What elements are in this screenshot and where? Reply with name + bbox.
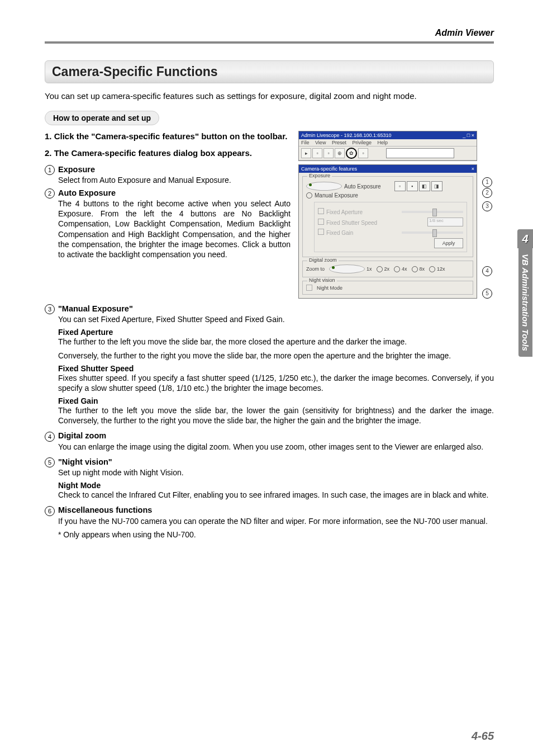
section-title: Camera-Specific Functions (52, 64, 487, 79)
item-6-note: * Only appears when using the NU-700. (58, 530, 494, 540)
menu-view[interactable]: View (315, 140, 326, 145)
tb-btn-3[interactable]: ▫ (323, 148, 334, 158)
zoom-2x[interactable] (377, 266, 383, 272)
fixed-aperture-p2: Conversely, the further to the right you… (58, 351, 494, 361)
tb-btn-2[interactable]: ▫ (312, 148, 322, 158)
zoom-4x[interactable] (394, 266, 400, 272)
fixed-gain-p: The further to the left you move the sli… (58, 405, 494, 426)
item-6-body: If you have the NU-700 camera you can op… (58, 516, 494, 526)
section-title-bar: Camera-Specific Functions (45, 60, 494, 83)
zoom-12x-label: 12x (437, 266, 445, 272)
callout-5: 5 (482, 289, 492, 299)
main-title: Admin Livescope - 192.168.100.1:65310 (301, 133, 392, 138)
menu-privilege[interactable]: Privilege (352, 140, 372, 145)
dialog-titlebar: Camera-specific features × (299, 165, 477, 173)
item-3-lead: You can set Fixed Aperture, Fixed Shutte… (58, 314, 494, 324)
chk-fixed-gain[interactable] (318, 229, 324, 235)
item-2-title: Auto Exposure (58, 188, 116, 197)
item-6-title: Miscellaneous functions (58, 505, 152, 514)
item-6-head: 6Miscellaneous functions (45, 505, 494, 516)
dialog-close[interactable]: × (472, 166, 474, 172)
header-rule (45, 41, 494, 44)
zoom-8x-label: 8x (420, 266, 425, 272)
tb-btn-1[interactable]: ▸ (301, 148, 311, 158)
auto-exposure-label: Auto Exposure (344, 183, 381, 190)
gain-slider[interactable] (402, 231, 463, 234)
exposure-group: Exposure Auto Exposure ▫ ▪ ◧ ◨ Manual Ex… (302, 176, 473, 257)
apply-button[interactable]: Apply (434, 238, 463, 248)
blc-med-button[interactable]: ◧ (419, 181, 430, 191)
item-3-title: "Manual Exposure" (58, 304, 133, 313)
item-5-head: 5"Night vision" (45, 457, 494, 467)
shutter-select[interactable]: 1/8 sec (427, 218, 463, 226)
callout-4: 4 (482, 266, 492, 276)
step-2: 2. The Camera-specific features dialog b… (45, 148, 291, 159)
item-1-head: 1Exposure (45, 165, 291, 175)
main-window: Admin Livescope - 192.168.100.1:65310 _ … (298, 131, 477, 161)
fixed-shutter-p: Fixes shutter speed. If you specify a fa… (58, 373, 494, 393)
item-2-body: The 4 buttons to the right become active… (58, 199, 291, 259)
bullet-3: 3 (45, 304, 55, 314)
zoom-2x-label: 2x (384, 266, 390, 272)
blc-high-button[interactable]: ◨ (431, 181, 442, 191)
zoom-to-label: Zoom to (306, 266, 325, 272)
fixed-aperture-p1: The further to the left you move the sli… (58, 337, 494, 347)
item-4-head: 4Digital zoom (45, 431, 494, 441)
item-4-body: You can enlarge the image using the digi… (58, 442, 494, 452)
item-5-lead: Set up night mode with Night Vision. (58, 467, 494, 478)
menu-preset[interactable]: Preset (332, 140, 346, 145)
zoom-group-label: Digital zoom (307, 257, 339, 263)
exposure-group-label: Exposure (307, 173, 332, 178)
dialog-title: Camera-specific features (301, 166, 357, 172)
item-1-title: Exposure (58, 165, 95, 174)
menu-help[interactable]: Help (377, 140, 388, 145)
zoom-8x[interactable] (412, 266, 418, 272)
item-3-head: 3"Manual Exposure" (45, 304, 494, 314)
bullet-6: 6 (45, 506, 55, 516)
camera-specific-button[interactable]: ✿ (346, 148, 357, 159)
bullet-5: 5 (45, 457, 55, 467)
screenshot-area: Admin Livescope - 192.168.100.1:65310 _ … (298, 131, 477, 299)
fixed-shutter-h: Fixed Shutter Speed (58, 364, 494, 373)
fixed-gain-label: Fixed Gain (326, 230, 353, 236)
blc-low-button[interactable]: ▪ (407, 181, 418, 191)
night-mode-h: Night Mode (58, 481, 494, 490)
step-1: 1. Click the "Camera-specific features" … (45, 131, 291, 142)
bullet-1: 1 (45, 165, 55, 175)
item-1-body: Select from Auto Exposure and Manual Exp… (58, 175, 291, 185)
callouts: 1 2 3 4 5 (482, 177, 492, 299)
dialog-window: Camera-specific features × Exposure Auto… (298, 164, 477, 299)
fixed-aperture-h: Fixed Aperture (58, 328, 494, 337)
callout-3: 3 (482, 201, 492, 211)
main-titlebar: Admin Livescope - 192.168.100.1:65310 _ … (299, 131, 477, 139)
night-group-label: Night vision (307, 277, 337, 283)
radio-manual-exposure[interactable] (306, 192, 312, 199)
window-controls[interactable]: _ □ × (463, 133, 474, 138)
page-header: Admin Viewer (45, 28, 494, 38)
page-number: 4-65 (472, 730, 494, 743)
toolbar-dropdown[interactable] (386, 148, 454, 158)
bullet-2: 2 (45, 188, 55, 199)
manual-subgroup: Fixed Aperture Fixed Shutter Speed1/8 se… (314, 202, 467, 252)
blc-none-button[interactable]: ▫ (394, 181, 406, 191)
tb-btn-4[interactable]: ⊕ (335, 148, 345, 158)
zoom-4x-label: 4x (402, 266, 407, 272)
tb-btn-6[interactable]: ▫ (358, 148, 368, 158)
tab-text: VB Administration Tools (518, 248, 532, 357)
menubar[interactable]: File View Preset Privilege Help (299, 139, 477, 147)
zoom-group: Digital zoom Zoom to 1x 2x 4x 8x 12x (302, 261, 473, 277)
fixed-gain-h: Fixed Gain (58, 396, 494, 405)
toolbar: ▸ ▫ ▫ ⊕ ✿ ▫ (299, 147, 477, 160)
radio-auto-exposure[interactable] (306, 182, 342, 191)
menu-file[interactable]: File (301, 140, 310, 145)
chk-fixed-aperture[interactable] (318, 208, 324, 214)
zoom-12x[interactable] (429, 266, 435, 272)
night-group: Night vision Night Mode (302, 281, 473, 295)
chk-fixed-shutter[interactable] (318, 219, 324, 225)
night-mode-p: Check to cancel the Infrared Cut Filter,… (58, 490, 494, 500)
aperture-slider[interactable] (402, 211, 463, 213)
chk-night-mode[interactable] (306, 285, 312, 291)
zoom-1x[interactable] (329, 264, 365, 273)
zoom-1x-label: 1x (367, 266, 372, 272)
fixed-aperture-label: Fixed Aperture (326, 209, 363, 215)
